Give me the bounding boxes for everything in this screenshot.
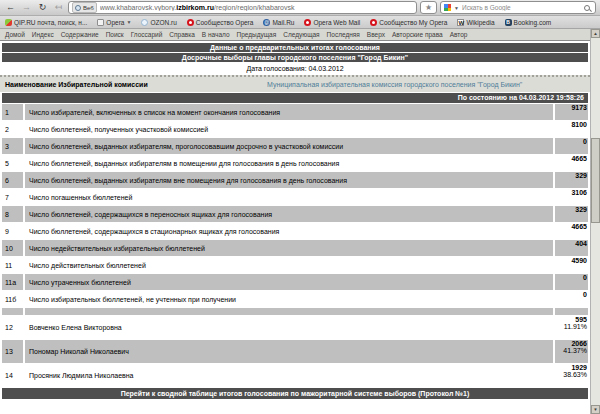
vertical-scrollbar[interactable]: ▲ ▼: [590, 29, 600, 414]
search-icon[interactable]: [584, 4, 592, 12]
nav-link[interactable]: Поиск: [106, 31, 124, 38]
bookmark-star-button[interactable]: ★: [420, 1, 437, 14]
nav-link[interactable]: Вверх: [367, 31, 385, 38]
vote-count: 0: [555, 138, 587, 145]
summary-table-link[interactable]: Перейти к сводной таблице итогов голосов…: [2, 388, 588, 399]
search-input[interactable]: ▼ Искать в Google: [440, 1, 596, 14]
row-number: 14: [2, 364, 23, 387]
vote-count: 595: [555, 316, 587, 323]
row-label: Просяник Людмила Николаевна: [25, 364, 553, 387]
row-label: Число действительных бюллетеней: [25, 257, 553, 273]
forward-button[interactable]: →: [20, 1, 33, 14]
bookmark-label: Сообщество Opera: [196, 19, 254, 26]
vote-percent: 41.37%: [555, 347, 587, 354]
nav-link[interactable]: Домой: [5, 31, 25, 38]
browser-viewport: ДомойИндексСодержаниеПоискГлоссарийСправ…: [0, 29, 600, 414]
vote-count: 9173: [555, 104, 587, 111]
nav-link[interactable]: Индекс: [32, 31, 54, 38]
row-label: Число бюллетеней, выданных избирателям в…: [25, 155, 553, 171]
url-field[interactable]: Веб www.khabarovsk.vybory.izbirkom.ru/re…: [68, 1, 417, 14]
bookmark-item[interactable]: Opera▼: [97, 19, 131, 26]
bookmark-item[interactable]: Wikipedia: [457, 19, 494, 26]
page-content: Данные о предварительных итогах голосова…: [0, 41, 590, 414]
row-number: 11б: [2, 291, 23, 307]
opera-icon: [187, 19, 194, 26]
vote-count: 4590: [555, 257, 587, 264]
chevron-down-icon[interactable]: ▼: [454, 5, 459, 11]
row-number: 13: [2, 340, 23, 363]
row-value: 4590: [555, 257, 588, 273]
rewind-button[interactable]: ↤: [52, 1, 65, 14]
nav-link[interactable]: В начало: [202, 31, 230, 38]
bookmark-label: Opera Web Mail: [313, 19, 360, 26]
commission-label: Наименование Избирательной комиссии: [0, 81, 267, 88]
row-number: 9: [2, 223, 23, 239]
nav-link[interactable]: Содержание: [61, 31, 99, 38]
opera-icon: [304, 19, 311, 26]
bookmark-label: OZON.ru: [150, 19, 176, 26]
vote-count: 404: [555, 240, 587, 247]
row-label: Число бюллетеней, выданных избирателям, …: [25, 138, 553, 154]
row-number: 5: [2, 155, 23, 171]
nav-link[interactable]: Следующая: [283, 31, 319, 38]
table-row: 13Пономар Николай Николаевич206641.37%: [2, 340, 588, 363]
row-value: 404: [555, 240, 588, 256]
vote-count: 2066: [555, 340, 587, 347]
page-nav: ДомойИндексСодержаниеПоискГлоссарийСправ…: [0, 29, 590, 41]
table-row: 11аЧисло утраченных бюллетеней0: [2, 274, 588, 290]
bookmark-item[interactable]: Mail.Ru: [263, 19, 294, 26]
row-value: 4665: [555, 155, 588, 171]
row-number: 1: [2, 104, 23, 120]
star-icon: ★: [425, 3, 432, 12]
scrollbar-thumb[interactable]: [591, 138, 600, 223]
bookmark-label: Opera: [106, 19, 124, 26]
url-text: www.khabarovsk.vybory.izbirkom.ru/region…: [100, 4, 295, 11]
nav-link[interactable]: Авторские права: [392, 31, 443, 38]
table-row: 11бЧисло избирательных бюллетеней, не уч…: [2, 291, 588, 307]
bookmark-item[interactable]: Booking.com: [505, 19, 552, 26]
nav-link[interactable]: Автор: [450, 31, 468, 38]
row-label: Вовченко Елена Викторовна: [25, 316, 553, 339]
bookmark-item[interactable]: Сообщество My Opera: [370, 19, 447, 26]
bookmark-label: QIP.RU почта, поиск, н...: [14, 19, 87, 26]
row-number: 8: [2, 206, 23, 222]
nav-link[interactable]: Глоссарий: [131, 31, 163, 38]
google-icon: [444, 4, 451, 11]
row-number: 3: [2, 138, 23, 154]
table-row: 5Число бюллетеней, выданных избирателям …: [2, 155, 588, 171]
bookmark-item[interactable]: OZON.ru: [141, 19, 176, 26]
vote-count: 329: [555, 206, 587, 213]
row-number: 11а: [2, 274, 23, 290]
bookmark-item[interactable]: QIP.RU почта, поиск, н...: [5, 19, 87, 26]
commission-row: Наименование Избирательной комиссии Муни…: [0, 75, 590, 92]
chevron-down-icon: ▼: [126, 19, 131, 25]
security-badge[interactable]: Веб: [72, 2, 97, 13]
globe-icon: [75, 5, 81, 11]
reload-button[interactable]: ↻: [36, 1, 49, 14]
row-number: 12: [2, 316, 23, 339]
scrollbar-track[interactable]: [591, 38, 600, 405]
nav-link[interactable]: Справка: [169, 31, 195, 38]
scroll-down-icon[interactable]: ▼: [591, 405, 600, 414]
row-number: 10: [2, 240, 23, 256]
table-row: 10Число недействительных избирательных б…: [2, 240, 588, 256]
nav-link[interactable]: Последняя: [327, 31, 360, 38]
mailru-icon: [263, 19, 270, 26]
row-label: Число бюллетеней, содержащихся в перенос…: [25, 206, 553, 222]
separator-row: [2, 308, 588, 315]
scroll-up-icon[interactable]: ▲: [591, 29, 600, 38]
results-table: 1Число избирателей, включенных в список …: [0, 103, 590, 388]
voting-date-value: 04.03.2012: [309, 65, 344, 72]
vote-count: 1929: [555, 364, 587, 371]
booking-icon: [505, 19, 512, 26]
nav-link[interactable]: Предыдущая: [237, 31, 277, 38]
table-row: 3Число бюллетеней, выданных избирателям,…: [2, 138, 588, 154]
row-value: 3106: [555, 189, 588, 205]
vote-count: 4665: [555, 155, 587, 162]
vote-count: 0: [555, 291, 587, 298]
row-label: Пономар Николай Николаевич: [25, 340, 553, 363]
bookmark-item[interactable]: Opera Web Mail: [304, 19, 360, 26]
back-button[interactable]: ←: [4, 1, 17, 14]
row-label: Число утраченных бюллетеней: [25, 274, 553, 290]
bookmark-item[interactable]: Сообщество Opera: [187, 19, 254, 26]
